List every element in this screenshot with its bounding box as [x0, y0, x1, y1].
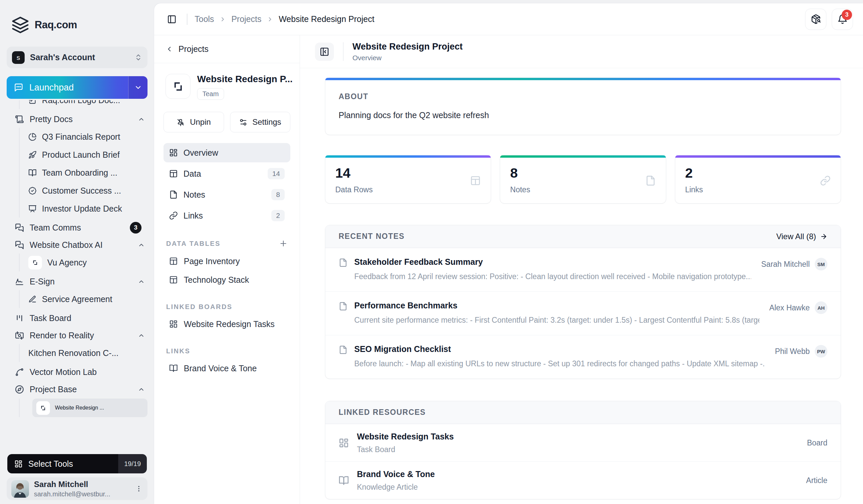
chevron-up-icon[interactable]	[138, 116, 145, 123]
sidebar-item-label: Service Agreement	[42, 294, 112, 304]
about-gradient-bar	[325, 78, 841, 80]
resource-row-website-redesign-tasks[interactable]: Website Redesign Tasks Task Board Board	[325, 424, 841, 462]
sidebar-item-task-board[interactable]: Task Board	[7, 309, 148, 327]
view-all-button[interactable]: View All (8)	[776, 232, 827, 241]
brand-name: Raq.com	[35, 19, 77, 31]
messages-icon	[15, 223, 24, 232]
panel-left-close-icon	[320, 47, 329, 56]
table-item-label: Technology Stack	[184, 275, 249, 285]
launchpad-main[interactable]: Launchpad	[7, 76, 128, 99]
file-icon	[339, 302, 348, 311]
board-item-website-redesign-tasks[interactable]: Website Redesign Tasks	[163, 315, 290, 333]
sidebar-item-pretty-docs[interactable]: Pretty Docs	[7, 111, 148, 128]
table-item-page-inventory[interactable]: Page Inventory	[163, 252, 290, 270]
unpin-label: Unpin	[190, 117, 211, 127]
sidebar-item-website-chatbox[interactable]: Website Chatbox AI	[7, 236, 148, 254]
launchpad-label: Launchpad	[29, 82, 74, 93]
sidebar-item-label: Kitchen Renovation C-...	[28, 348, 118, 358]
stat-value: 8	[510, 165, 655, 181]
sidebar-item-vector-motion-lab[interactable]: Vector Motion Lab	[7, 363, 148, 380]
content-surface: Tools Projects Website Redesign Project …	[154, 3, 863, 504]
back-to-projects[interactable]: Projects	[154, 35, 300, 63]
note-snippet: Current site performance metrics: - Firs…	[354, 316, 760, 325]
sidebar-item-customer-success[interactable]: Customer Success ...	[28, 182, 148, 199]
linked-boards-section: LINKED BOARDS	[163, 303, 290, 311]
launchpad-button[interactable]: Launchpad	[7, 76, 148, 99]
sidebar-toggle-button[interactable]	[164, 12, 179, 27]
switch-camera-icon	[15, 331, 24, 340]
resource-row-brand-voice[interactable]: Brand Voice & Tone Knowledge Article Art…	[325, 462, 841, 499]
panel-tab-data[interactable]: Data 14	[163, 164, 290, 183]
layers-icon	[11, 16, 29, 34]
note-snippet: Before launch: - Map all existing URLs t…	[354, 359, 765, 368]
pretty-docs-sub-list: Q3 Financials Report Product Launch Brie…	[19, 128, 148, 218]
topbar-actions: 3	[805, 9, 853, 30]
sidebar-item-kitchen-renovation[interactable]: Kitchen Renovation C-...	[28, 344, 148, 362]
chevron-up-icon[interactable]	[138, 242, 145, 248]
chatbox-sub-list: Vu Agency	[19, 254, 148, 271]
link-item-brand-voice[interactable]: Brand Voice & Tone	[163, 359, 290, 378]
note-row-stakeholder-feedback[interactable]: Stakeholder Feedback Summary Feedback fr…	[325, 248, 841, 292]
board-item-label: Website Redesign Tasks	[184, 319, 275, 329]
user-card[interactable]: Sarah Mitchell sarah.mitchell@westbur...	[7, 477, 148, 500]
resource-subtitle: Knowledge Article	[357, 483, 435, 492]
sidebar-item-render-to-reality[interactable]: Render to Reality	[7, 327, 148, 344]
add-table-button[interactable]	[279, 239, 288, 248]
recent-notes-heading: RECENT NOTES	[339, 232, 404, 241]
sidebar-item-investor-deck[interactable]: Investor Update Deck	[28, 199, 148, 218]
sidebar-item-label: E-Sign	[30, 277, 54, 286]
sidebar-item-website-redesign-selected[interactable]: Website Redesign ...	[32, 399, 148, 417]
chevron-up-icon[interactable]	[138, 386, 145, 393]
notifications-button[interactable]: 3	[832, 9, 853, 30]
note-body: Stakeholder Feedback Summary Feedback fr…	[354, 257, 751, 281]
panel-tab-overview[interactable]: Overview	[163, 143, 290, 162]
note-row-seo-migration[interactable]: SEO Migration Checklist Before launch: -…	[325, 335, 841, 378]
sidebar-item-vu-agency[interactable]: Vu Agency	[28, 254, 148, 271]
package-search-button[interactable]	[805, 9, 826, 30]
sidebar-item-q3-financials[interactable]: Q3 Financials Report	[28, 128, 148, 146]
settings-button[interactable]: Settings	[230, 112, 291, 132]
launchpad-expand[interactable]	[128, 76, 148, 99]
stat-label: Links	[685, 185, 831, 194]
breadcrumb-projects[interactable]: Projects	[232, 14, 261, 24]
note-author: Alex Hawke	[770, 303, 810, 312]
sidebar-item-team-onboarding[interactable]: Team Onboarding ...	[28, 164, 148, 182]
arrow-right-icon	[820, 233, 827, 240]
sidebar-item-label: Team Onboarding ...	[42, 168, 117, 178]
stats-row: 14 Data Rows 8 Notes	[325, 155, 841, 204]
sidebar-item-raq-logo-doc[interactable]: Raq.com Logo Doc...	[28, 100, 148, 109]
note-row-performance-benchmarks[interactable]: Performance Benchmarks Current site perf…	[325, 292, 841, 335]
table-item-technology-stack[interactable]: Technology Stack	[163, 270, 290, 289]
chevron-up-icon[interactable]	[138, 278, 145, 285]
sidebar: Raq.com s Sarah's Account Launchpad	[0, 0, 154, 504]
select-tools-main[interactable]: Select Tools	[7, 454, 118, 474]
sidebar-item-project-base[interactable]: Project Base	[7, 380, 148, 398]
account-switcher[interactable]: s Sarah's Account	[7, 47, 148, 68]
panel-tab-notes[interactable]: Notes 8	[163, 185, 290, 204]
panel-tab-links[interactable]: Links 2	[163, 206, 290, 225]
sidebar-item-esign[interactable]: E-Sign	[7, 273, 148, 290]
page-subtitle: Overview	[353, 54, 463, 62]
notification-count-badge: 3	[842, 10, 852, 20]
sidebar-item-label: Website Chatbox AI	[30, 240, 102, 250]
chevron-up-icon[interactable]	[138, 332, 145, 339]
unpin-button[interactable]: Unpin	[163, 112, 224, 132]
linked-resources-card: LINKED RESOURCES Website Redesign Tasks …	[325, 401, 841, 499]
stat-card-data-rows[interactable]: 14 Data Rows	[325, 155, 491, 204]
project-frames-icon	[165, 74, 190, 99]
account-name: Sarah's Account	[30, 53, 95, 62]
stat-card-links[interactable]: 2 Links	[675, 155, 841, 204]
avatar	[11, 480, 29, 498]
chevron-left-icon	[165, 45, 173, 53]
collapse-panel-button[interactable]	[315, 42, 334, 61]
select-tools-button[interactable]: Select Tools 19/19	[7, 454, 147, 474]
about-text: Planning docs for the Q2 website refresh	[339, 111, 827, 120]
note-meta: Alex Hawke AH	[770, 301, 827, 314]
more-vertical-icon[interactable]	[135, 485, 143, 493]
sidebar-item-product-launch[interactable]: Product Launch Brief	[28, 146, 148, 164]
breadcrumb-tools[interactable]: Tools	[195, 14, 214, 24]
sidebar-item-service-agreement[interactable]: Service Agreement	[28, 290, 148, 308]
section-heading: LINKED BOARDS	[166, 303, 233, 311]
sidebar-item-team-comms[interactable]: Team Comms 3	[7, 219, 148, 236]
stat-card-notes[interactable]: 8 Notes	[500, 155, 666, 204]
